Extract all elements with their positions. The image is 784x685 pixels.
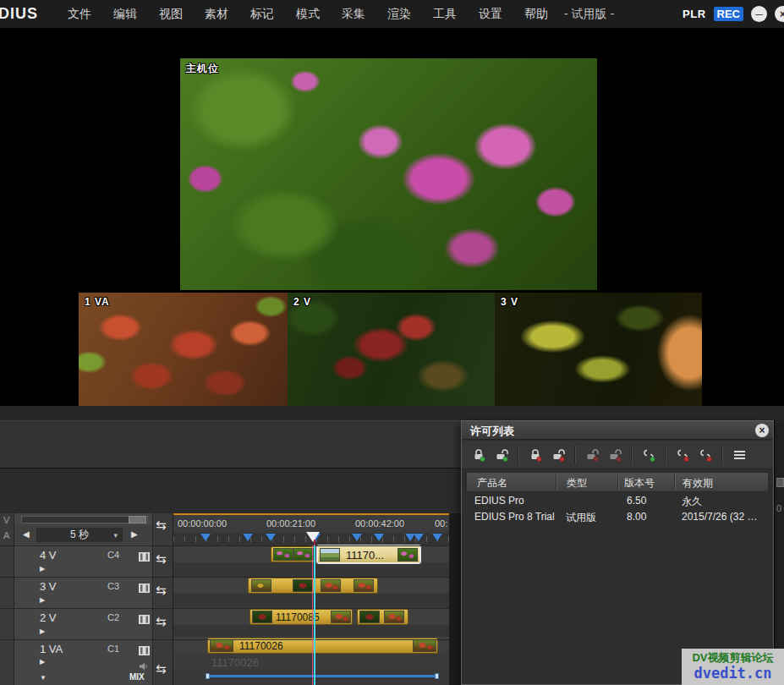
track-channel: C4 bbox=[107, 550, 119, 560]
scale-right-icon[interactable]: ▶ bbox=[131, 529, 138, 539]
col-validity[interactable]: 有效期 bbox=[683, 476, 713, 490]
deactivate-offline-icon[interactable] bbox=[548, 445, 568, 465]
activate-license-icon[interactable] bbox=[469, 445, 489, 465]
audio-clip-label: 11170026 bbox=[211, 656, 259, 669]
deactivate-license-icon[interactable] bbox=[491, 445, 512, 465]
menu-item-render[interactable]: 渲染 bbox=[376, 7, 422, 22]
track-header-panel: ◀ 5 秒 ▾ ▶ 4 V C4 ▶ 3 V C3 ▶ bbox=[14, 513, 152, 685]
rec-toggle[interactable]: REC bbox=[714, 7, 743, 21]
menu-item-capture[interactable]: 采集 bbox=[331, 7, 376, 22]
clip-2v-b[interactable] bbox=[357, 609, 408, 625]
film-icon bbox=[139, 644, 150, 659]
forum-watermark: DV视频剪辑论坛 dvedit.cn bbox=[682, 649, 784, 685]
audio-volume-line[interactable] bbox=[208, 675, 437, 677]
column-separator[interactable] bbox=[674, 474, 676, 490]
sequence-marker[interactable] bbox=[374, 534, 384, 541]
clip-4v-selected[interactable]: 11170... bbox=[317, 545, 420, 563]
dialog-title-bar[interactable]: 许可列表 × bbox=[462, 421, 773, 440]
clip-thumbnail bbox=[413, 639, 436, 652]
swap-tracks-icon[interactable]: ⇆ bbox=[156, 614, 167, 629]
expand-track-icon[interactable]: ▶ bbox=[40, 565, 45, 573]
marker-row[interactable] bbox=[173, 533, 449, 545]
menu-bar: DIUS 文件 编辑 视图 素材 标记 模式 采集 渲染 工具 设置 帮助 - … bbox=[0, 0, 784, 30]
timeline-ruler[interactable]: 00:00:00:00 00:00:21:00 00:00:42:00 00: bbox=[173, 513, 449, 533]
expand-track-icon[interactable]: ▶ bbox=[40, 596, 45, 604]
track-name: 4 V bbox=[40, 549, 57, 562]
toolbar-separator bbox=[721, 446, 723, 464]
menu-item-file[interactable]: 文件 bbox=[57, 7, 102, 22]
swap-tracks-icon[interactable]: ⇆ bbox=[156, 661, 167, 677]
expand-track-icon[interactable]: ▶ bbox=[40, 658, 45, 666]
clip-2v-a[interactable]: 11170085 bbox=[249, 609, 353, 625]
clip-3v[interactable] bbox=[248, 578, 378, 594]
unlink-online-icon[interactable] bbox=[639, 445, 659, 465]
close-icon[interactable]: × bbox=[775, 6, 784, 22]
sequence-marker[interactable] bbox=[243, 534, 253, 541]
toolbar-separator bbox=[518, 446, 519, 464]
clip-thumbnail bbox=[273, 548, 293, 561]
preview-area: 主机位 1 VA 2 V 3 V Cur 00:00:33:12 In 00:0… bbox=[0, 28, 784, 406]
dialog-close-icon[interactable]: × bbox=[755, 424, 769, 437]
sequence-marker[interactable] bbox=[200, 534, 211, 541]
row-separator bbox=[0, 577, 461, 578]
volume-line-handle[interactable] bbox=[435, 673, 439, 679]
menu-item-clip[interactable]: 素材 bbox=[194, 7, 239, 22]
camera1-label: 1 VA bbox=[85, 296, 110, 308]
menu-item-help[interactable]: 帮助 bbox=[513, 7, 559, 22]
scale-dropdown-icon[interactable]: ▾ bbox=[113, 529, 118, 543]
ruler-label-1: 00:00:21:00 bbox=[266, 518, 315, 529]
license-row[interactable]: EDIUS Pro 6.50 永久 bbox=[466, 493, 769, 509]
sequence-marker[interactable] bbox=[266, 534, 276, 541]
swap-tracks-icon[interactable]: ⇆ bbox=[156, 518, 167, 533]
playhead-line[interactable] bbox=[314, 545, 315, 685]
menu-item-marker[interactable]: 标记 bbox=[239, 7, 285, 22]
collapse-mixer-icon[interactable]: ▼ bbox=[40, 674, 47, 682]
expand-track-icon[interactable]: ▶ bbox=[40, 627, 45, 635]
menu-item-settings[interactable]: 设置 bbox=[468, 7, 513, 22]
toolbar-separator bbox=[665, 446, 666, 464]
camera2-preview[interactable]: 2 V bbox=[288, 293, 495, 408]
list-view-icon[interactable] bbox=[729, 445, 749, 465]
unlink-transfer-icon[interactable] bbox=[695, 445, 715, 465]
cell-product: EDIUS Pro 8 Trial bbox=[474, 511, 555, 523]
col-type[interactable]: 类型 bbox=[567, 476, 587, 490]
camera3-label: 3 V bbox=[501, 296, 518, 308]
track-name: 2 V bbox=[40, 611, 57, 624]
scale-left-icon[interactable]: ◀ bbox=[23, 529, 30, 539]
timeline-zoom-handle[interactable] bbox=[129, 516, 146, 523]
position-bar bbox=[0, 406, 784, 421]
scale-value-field[interactable]: 5 秒 ▾ bbox=[36, 528, 123, 542]
clip-thumbnail bbox=[359, 611, 380, 623]
camera3-preview[interactable]: 3 V bbox=[495, 293, 702, 408]
clip-4v-a[interactable] bbox=[271, 546, 315, 562]
sequence-marker[interactable] bbox=[414, 534, 424, 541]
lane-3v-sub bbox=[173, 594, 449, 608]
swap-tracks-icon[interactable]: ⇆ bbox=[156, 551, 167, 567]
film-icon bbox=[139, 612, 150, 627]
trial-version-label: - 试用版 - bbox=[564, 7, 614, 22]
menu-item-view[interactable]: 视图 bbox=[148, 7, 194, 22]
col-version[interactable]: 版本号 bbox=[624, 476, 655, 490]
unlink-offline-icon[interactable] bbox=[672, 445, 693, 465]
sequence-marker[interactable] bbox=[352, 534, 362, 541]
license-row[interactable]: EDIUS Pro 8 Trial 试用版 8.00 2015/7/26 (32… bbox=[466, 509, 769, 525]
column-separator[interactable] bbox=[556, 474, 557, 490]
menu-bar-right: PLR REC ─ × bbox=[683, 6, 784, 22]
timeline-grid: V A ◀ 5 秒 ▾ ▶ 4 V C4 ▶ bbox=[0, 513, 461, 685]
timeline-playhead[interactable] bbox=[306, 532, 320, 542]
plr-toggle[interactable]: PLR bbox=[683, 8, 706, 20]
track-channel: C3 bbox=[107, 581, 119, 591]
timeline-mode-row: ▼▼ 序列1 bbox=[0, 490, 461, 513]
volume-line-handle[interactable] bbox=[206, 673, 210, 679]
column-separator[interactable] bbox=[617, 474, 619, 490]
camera1-preview[interactable]: 1 VA bbox=[79, 293, 288, 408]
minimize-icon[interactable]: ─ bbox=[751, 6, 767, 22]
menu-item-edit[interactable]: 编辑 bbox=[102, 7, 148, 22]
menu-item-tools[interactable]: 工具 bbox=[422, 7, 468, 22]
swap-tracks-icon[interactable]: ⇆ bbox=[156, 583, 167, 598]
mix-label: MIX bbox=[129, 672, 145, 682]
menu-item-mode[interactable]: 模式 bbox=[285, 7, 331, 22]
col-product[interactable]: 产品名 bbox=[477, 476, 507, 490]
sequence-marker[interactable] bbox=[432, 534, 442, 541]
activate-offline-icon[interactable] bbox=[525, 445, 546, 465]
